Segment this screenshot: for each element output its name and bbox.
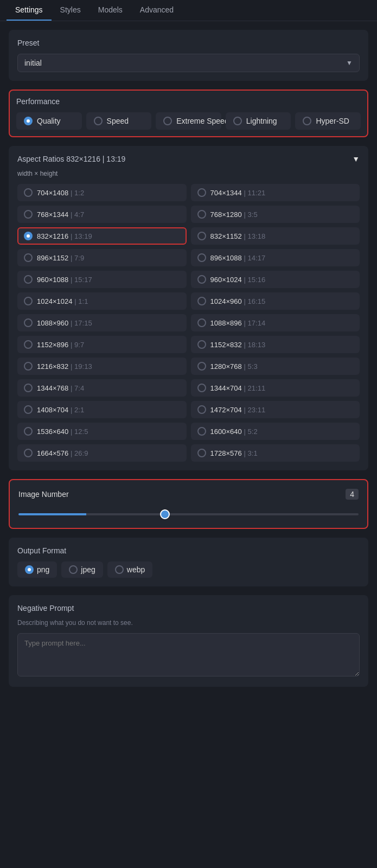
aspect-text-1344x704: 1344×704 | 21:11 bbox=[210, 384, 266, 392]
performance-section: Performance Quality Speed Extreme Speed … bbox=[9, 90, 368, 137]
aspect-btn-1600x640[interactable]: 1600×640 | 5:2 bbox=[191, 423, 360, 440]
aspect-btn-832x1152[interactable]: 832×1152 | 13:18 bbox=[191, 227, 360, 245]
tab-settings[interactable]: Settings bbox=[7, 0, 52, 21]
radio-circle-1152x896 bbox=[24, 340, 33, 349]
aspect-btn-768x1344[interactable]: 768×1344 | 4:7 bbox=[17, 206, 187, 223]
aspect-btn-768x1280[interactable]: 768×1280 | 3:5 bbox=[191, 206, 360, 223]
format-webp[interactable]: webp bbox=[107, 561, 152, 578]
speed-label: Speed bbox=[107, 117, 129, 125]
radio-circle-1472x704 bbox=[197, 405, 206, 414]
image-number-slider[interactable] bbox=[18, 513, 359, 515]
tab-styles[interactable]: Styles bbox=[52, 0, 90, 21]
radio-circle-1408x704 bbox=[24, 405, 33, 414]
aspect-btn-896x1088[interactable]: 896×1088 | 14:17 bbox=[191, 249, 360, 266]
output-format-card: Output Format png jpeg webp bbox=[9, 538, 368, 586]
aspect-selected-value: 832×1216 | 13:19 bbox=[66, 155, 125, 163]
radio-circle-1664x576 bbox=[24, 449, 33, 457]
extreme-label: Extreme Speed bbox=[176, 117, 229, 125]
radio-circle-704x1408 bbox=[24, 188, 33, 197]
aspect-btn-1344x768[interactable]: 1344×768 | 7:4 bbox=[17, 379, 187, 397]
aspect-text-832x1152: 832×1152 | 13:18 bbox=[210, 232, 266, 240]
aspect-title: Aspect Ratios 832×1216 | 13:19 bbox=[17, 155, 125, 163]
aspect-text-768x1280: 768×1280 | 3:5 bbox=[210, 210, 258, 219]
aspect-btn-1472x704[interactable]: 1472×704 | 23:11 bbox=[191, 401, 360, 418]
output-format-title: Output Format bbox=[17, 546, 360, 555]
radio-circle-1088x960 bbox=[24, 318, 33, 327]
aspect-btn-1088x896[interactable]: 1088×896 | 17:14 bbox=[191, 314, 360, 331]
aspect-text-1152x896: 1152×896 | 9:7 bbox=[37, 340, 84, 349]
negative-prompt-subtitle: Describing what you do not want to see. bbox=[17, 619, 360, 627]
aspect-subtitle: width × height bbox=[17, 170, 360, 177]
aspect-btn-1088x960[interactable]: 1088×960 | 17:15 bbox=[17, 314, 187, 331]
aspect-btn-1024x960[interactable]: 1024×960 | 16:15 bbox=[191, 292, 360, 310]
radio-circle-1728x576 bbox=[197, 449, 206, 457]
aspect-btn-960x1088[interactable]: 960×1088 | 15:17 bbox=[17, 271, 187, 288]
tab-models[interactable]: Models bbox=[90, 0, 131, 21]
aspect-text-704x1344: 704×1344 | 11:21 bbox=[210, 188, 266, 197]
aspect-text-1280x768: 1280×768 | 5:3 bbox=[210, 362, 258, 371]
aspect-text-1600x640: 1600×640 | 5:2 bbox=[210, 427, 258, 436]
dropdown-arrow-icon: ▼ bbox=[346, 59, 353, 67]
radio-circle-1152x832 bbox=[197, 340, 206, 349]
hypersd-label: Hyper-SD bbox=[316, 117, 349, 125]
aspect-btn-1728x576[interactable]: 1728×576 | 3:1 bbox=[191, 444, 360, 462]
aspect-text-1088x896: 1088×896 | 17:14 bbox=[210, 318, 266, 327]
radio-circle-1600x640 bbox=[197, 427, 206, 436]
performance-title: Performance bbox=[16, 97, 361, 106]
webp-label: webp bbox=[127, 565, 145, 574]
radio-circle-960x1088 bbox=[24, 275, 33, 284]
aspect-text-960x1088: 960×1088 | 15:17 bbox=[37, 275, 92, 284]
aspect-btn-1152x832[interactable]: 1152×832 | 18:13 bbox=[191, 336, 360, 353]
radio-circle-896x1152 bbox=[24, 253, 33, 262]
aspect-btn-1024x1024[interactable]: 1024×1024 | 1:1 bbox=[17, 292, 187, 310]
aspect-text-896x1088: 896×1088 | 14:17 bbox=[210, 253, 266, 262]
main-content: Preset initial ▼ Performance Quality Spe… bbox=[0, 21, 377, 695]
aspect-btn-832x1216[interactable]: 832×1216 | 13:19 bbox=[17, 227, 187, 245]
image-number-badge: 4 bbox=[346, 489, 359, 500]
aspect-btn-704x1408[interactable]: 704×1408 | 1:2 bbox=[17, 184, 187, 201]
aspect-text-896x1152: 896×1152 | 7:9 bbox=[37, 253, 84, 262]
radio-circle-1344x768 bbox=[24, 384, 33, 392]
radio-circle-1088x896 bbox=[197, 318, 206, 327]
performance-option-hypersd[interactable]: Hyper-SD bbox=[295, 112, 361, 130]
aspect-collapse-icon[interactable]: ▼ bbox=[352, 155, 360, 163]
tab-advanced[interactable]: Advanced bbox=[131, 0, 182, 21]
aspect-header: Aspect Ratios 832×1216 | 13:19 ▼ bbox=[17, 155, 360, 163]
aspect-text-704x1408: 704×1408 | 1:2 bbox=[37, 188, 84, 197]
format-png[interactable]: png bbox=[17, 561, 57, 578]
performance-options: Quality Speed Extreme Speed Lightning Hy… bbox=[16, 112, 361, 130]
radio-circle-quality bbox=[24, 117, 33, 125]
aspect-text-1472x704: 1472×704 | 23:11 bbox=[210, 405, 266, 414]
aspect-btn-1344x704[interactable]: 1344×704 | 21:11 bbox=[191, 379, 360, 397]
performance-option-lightning[interactable]: Lightning bbox=[226, 112, 291, 130]
radio-circle-1280x768 bbox=[197, 362, 206, 371]
radio-circle-webp bbox=[115, 565, 124, 574]
format-jpeg[interactable]: jpeg bbox=[61, 561, 103, 578]
preset-dropdown[interactable]: initial ▼ bbox=[17, 54, 360, 72]
lightning-label: Lightning bbox=[246, 117, 277, 125]
aspect-btn-704x1344[interactable]: 704×1344 | 11:21 bbox=[191, 184, 360, 201]
radio-circle-lightning bbox=[233, 117, 242, 125]
aspect-text-1536x640: 1536×640 | 12:5 bbox=[37, 427, 88, 436]
aspect-text-768x1344: 768×1344 | 4:7 bbox=[37, 210, 84, 219]
radio-circle-832x1216 bbox=[24, 232, 33, 240]
aspect-text-832x1216: 832×1216 | 13:19 bbox=[37, 232, 92, 240]
aspect-btn-1664x576[interactable]: 1664×576 | 26:9 bbox=[17, 444, 187, 462]
png-label: png bbox=[37, 565, 49, 574]
performance-option-speed[interactable]: Speed bbox=[86, 112, 152, 130]
aspect-btn-960x1024[interactable]: 960×1024 | 15:16 bbox=[191, 271, 360, 288]
aspect-btn-1216x832[interactable]: 1216×832 | 19:13 bbox=[17, 358, 187, 375]
performance-option-quality[interactable]: Quality bbox=[16, 112, 82, 130]
aspect-btn-1536x640[interactable]: 1536×640 | 12:5 bbox=[17, 423, 187, 440]
negative-prompt-section: Negative Prompt Describing what you do n… bbox=[9, 595, 368, 687]
aspect-btn-1152x896[interactable]: 1152×896 | 9:7 bbox=[17, 336, 187, 353]
radio-circle-jpeg bbox=[69, 565, 78, 574]
negative-prompt-input[interactable] bbox=[17, 633, 360, 676]
aspect-btn-1280x768[interactable]: 1280×768 | 5:3 bbox=[191, 358, 360, 375]
performance-option-extreme[interactable]: Extreme Speed bbox=[156, 112, 221, 130]
preset-card: Preset initial ▼ bbox=[9, 30, 368, 81]
aspect-btn-896x1152[interactable]: 896×1152 | 7:9 bbox=[17, 249, 187, 266]
aspect-text-1152x832: 1152×832 | 18:13 bbox=[210, 340, 266, 349]
aspect-btn-1408x704[interactable]: 1408×704 | 2:1 bbox=[17, 401, 187, 418]
negative-prompt-title: Negative Prompt bbox=[17, 604, 360, 612]
